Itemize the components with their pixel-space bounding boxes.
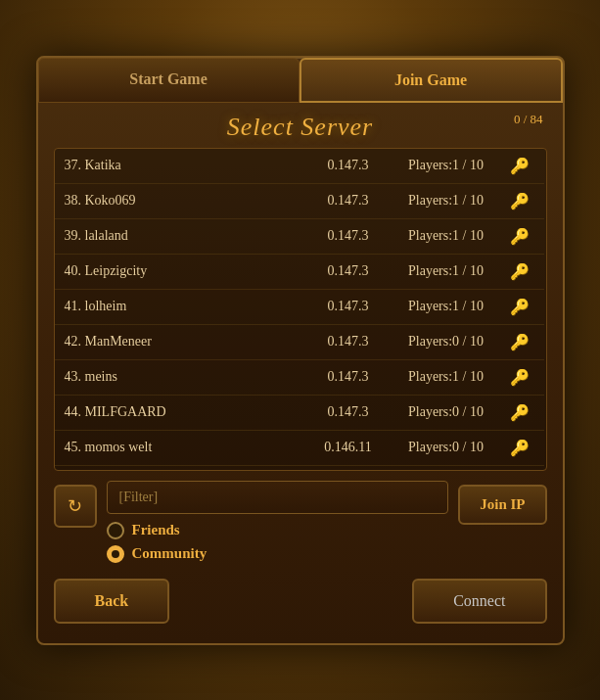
lock-icon: 🔑 bbox=[505, 227, 534, 246]
refresh-button[interactable]: ↻ bbox=[54, 485, 97, 528]
lock-icon: 🔑 bbox=[505, 403, 534, 422]
server-list-container: 37. Katika 0.147.3 Players:1 / 10 🔑 38. … bbox=[54, 148, 547, 471]
server-version: 0.146.11 bbox=[309, 440, 388, 455]
filter-radio-area: Friends Community bbox=[107, 481, 449, 567]
lock-icon: 🔑 bbox=[505, 157, 534, 175]
radio-friends-label: Friends bbox=[132, 522, 180, 538]
radio-community-inner bbox=[112, 550, 119, 558]
server-players: Players:0 / 10 bbox=[388, 334, 505, 350]
server-version: 0.147.3 bbox=[309, 193, 388, 209]
server-version: 0.147.3 bbox=[309, 299, 388, 314]
server-name: 45. momos welt bbox=[65, 440, 309, 455]
lock-icon: 🔑 bbox=[505, 368, 534, 387]
server-name: 40. Leipzigcity bbox=[65, 263, 309, 279]
filter-input[interactable] bbox=[107, 481, 449, 514]
server-name: 39. lalaland bbox=[65, 228, 309, 244]
lock-icon: 🔑 bbox=[505, 333, 534, 351]
server-players: Players:1 / 10 bbox=[388, 228, 505, 244]
lock-icon: 🔑 bbox=[505, 298, 534, 316]
server-name: 37. Katika bbox=[65, 158, 309, 173]
table-row[interactable]: 44. MILFGAARD 0.147.3 Players:0 / 10 🔑 bbox=[55, 396, 544, 431]
server-name: 38. Koko069 bbox=[65, 193, 309, 209]
server-players: Players:0 / 10 bbox=[388, 404, 505, 420]
server-name: 43. meins bbox=[65, 369, 309, 385]
server-version: 0.147.3 bbox=[309, 263, 388, 279]
server-version: 0.147.3 bbox=[309, 158, 388, 173]
server-players: Players:1 / 10 bbox=[388, 193, 505, 209]
join-ip-button[interactable]: Join IP bbox=[458, 485, 546, 525]
server-list[interactable]: 37. Katika 0.147.3 Players:1 / 10 🔑 38. … bbox=[55, 149, 546, 470]
radio-group: Friends Community bbox=[107, 518, 449, 567]
lock-icon: 🔑 bbox=[505, 192, 534, 210]
connect-button[interactable]: Connect bbox=[412, 579, 546, 624]
table-row[interactable]: 38. Koko069 0.147.3 Players:1 / 10 🔑 bbox=[55, 184, 544, 219]
server-version: 0.147.3 bbox=[309, 228, 388, 244]
tab-start-game[interactable]: Start Game bbox=[38, 58, 300, 103]
radio-community[interactable]: Community bbox=[107, 545, 449, 563]
server-players: Players:1 / 10 bbox=[388, 263, 505, 279]
table-row[interactable]: 37. Katika 0.147.3 Players:1 / 10 🔑 bbox=[55, 149, 544, 184]
server-players: Players:1 / 10 bbox=[388, 369, 505, 385]
server-players: Players:1 / 10 bbox=[388, 158, 505, 173]
radio-friends-circle bbox=[107, 522, 124, 539]
select-server-panel: Start Game Join Game Select Server 0 / 8… bbox=[36, 56, 565, 645]
server-version: 0.147.3 bbox=[309, 369, 388, 385]
server-version: 0.147.3 bbox=[309, 334, 388, 350]
table-row[interactable]: 46. MuMondayXL 0.147.3 Players:1 / 10 🔑 bbox=[55, 466, 544, 470]
server-players: Players:0 / 10 bbox=[388, 440, 505, 455]
radio-community-label: Community bbox=[132, 545, 208, 562]
server-name: 42. ManMeneer bbox=[65, 334, 309, 350]
radio-community-circle bbox=[107, 545, 124, 563]
radio-friends-inner bbox=[112, 527, 119, 535]
table-row[interactable]: 42. ManMeneer 0.147.3 Players:0 / 10 🔑 bbox=[55, 325, 544, 360]
server-name: 41. lolheim bbox=[65, 299, 309, 314]
panel-title: Select Server bbox=[38, 103, 563, 148]
table-row[interactable]: 45. momos welt 0.146.11 Players:0 / 10 🔑 bbox=[55, 431, 544, 466]
tab-join-game[interactable]: Join Game bbox=[300, 58, 563, 103]
server-counter: 0 / 84 bbox=[514, 112, 543, 127]
table-row[interactable]: 41. lolheim 0.147.3 Players:1 / 10 🔑 bbox=[55, 290, 544, 325]
server-name: 44. MILFGAARD bbox=[65, 404, 309, 420]
bottom-controls: ↻ Friends Community bbox=[38, 471, 563, 567]
lock-icon: 🔑 bbox=[505, 262, 534, 281]
back-button[interactable]: Back bbox=[54, 579, 170, 624]
radio-friends[interactable]: Friends bbox=[107, 522, 449, 539]
table-row[interactable]: 39. lalaland 0.147.3 Players:1 / 10 🔑 bbox=[55, 219, 544, 255]
server-version: 0.147.3 bbox=[309, 404, 388, 420]
table-row[interactable]: 43. meins 0.147.3 Players:1 / 10 🔑 bbox=[55, 360, 544, 396]
footer-buttons: Back Connect bbox=[38, 567, 563, 624]
table-row[interactable]: 40. Leipzigcity 0.147.3 Players:1 / 10 🔑 bbox=[55, 255, 544, 290]
lock-icon: 🔑 bbox=[505, 439, 534, 457]
tab-bar: Start Game Join Game bbox=[38, 58, 563, 103]
server-players: Players:1 / 10 bbox=[388, 299, 505, 314]
